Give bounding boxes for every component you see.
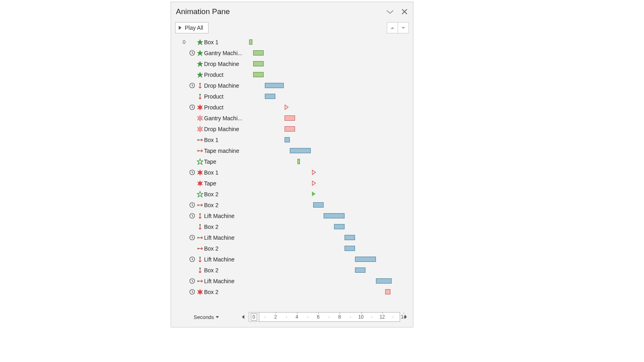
timeline-marker[interactable]: [285, 105, 289, 110]
collapse-icon[interactable]: [386, 7, 394, 16]
item-timeline: [249, 58, 409, 69]
item-timeline: [249, 37, 409, 47]
item-label: Lift Machine: [204, 234, 249, 241]
animation-item[interactable]: Product: [177, 91, 409, 102]
timeline-bar[interactable]: [355, 257, 376, 262]
item-timeline: [249, 243, 409, 254]
move-up-button[interactable]: [387, 22, 398, 33]
item-label: Box 1: [204, 137, 249, 143]
animation-item[interactable]: Box 2: [177, 189, 409, 200]
timeline-bar[interactable]: [345, 246, 355, 251]
timeline-bar[interactable]: [285, 137, 290, 142]
star-greenout-icon: [196, 158, 204, 165]
animation-item[interactable]: Tape machine: [177, 145, 409, 156]
item-timeline: [249, 113, 409, 123]
timeline-bar[interactable]: [324, 213, 345, 218]
timeline-bar[interactable]: [297, 159, 300, 164]
animation-item[interactable]: Box 2: [177, 221, 409, 232]
item-timeline: [249, 69, 409, 80]
linepath-green-arrow-icon: [196, 278, 204, 284]
pane-footer: Seconds 0 2468101214: [171, 309, 413, 327]
animation-item[interactable]: Drop Machine: [177, 58, 409, 69]
item-label: Drop Machine: [204, 82, 249, 89]
animation-item[interactable]: Tape: [177, 156, 409, 167]
timeline-ruler[interactable]: 0 2468101214: [249, 312, 400, 322]
item-timeline: [249, 276, 409, 286]
timeline-bar[interactable]: [253, 72, 264, 77]
item-timeline: [249, 156, 409, 167]
animation-item[interactable]: Box 2: [177, 243, 409, 254]
timeline-bar[interactable]: [253, 61, 264, 66]
ruler-tick: 6: [314, 313, 322, 321]
timeline-bar[interactable]: [345, 235, 355, 240]
animation-item[interactable]: Lift Machine: [177, 232, 409, 243]
item-timeline: [249, 200, 409, 210]
timeline-bar[interactable]: [376, 278, 392, 284]
timeline-bar[interactable]: [253, 50, 264, 56]
item-label: Box 2: [204, 224, 249, 230]
linepath-green-arrow-icon: [196, 234, 204, 241]
animation-item[interactable]: Box 1: [177, 167, 409, 178]
animation-item[interactable]: Box 2: [177, 265, 409, 276]
item-label: Box 2: [204, 267, 249, 274]
item-timeline: [249, 254, 409, 265]
timeline-bar[interactable]: [285, 115, 295, 121]
animation-item[interactable]: Drop Machine: [177, 123, 409, 134]
animation-item[interactable]: Box 2: [177, 286, 409, 297]
close-icon[interactable]: [400, 7, 409, 16]
animation-item[interactable]: Gantry Machi...: [177, 47, 409, 58]
move-down-button[interactable]: [398, 22, 409, 33]
timeline-bar[interactable]: [265, 94, 275, 99]
timeline-bar[interactable]: [265, 83, 284, 88]
timeline-bar[interactable]: [385, 289, 390, 294]
animation-item[interactable]: 0Box 1: [177, 37, 409, 47]
item-label: Box 2: [204, 202, 249, 208]
timeline-marker[interactable]: [312, 170, 316, 175]
linepath-red-icon: [196, 82, 204, 89]
item-label: Gantry Machi...: [204, 50, 249, 56]
item-label: Tape: [204, 158, 249, 165]
seconds-dropdown[interactable]: Seconds: [194, 314, 219, 320]
ruler-tick: 12: [378, 313, 386, 321]
timeline-marker[interactable]: [312, 181, 316, 186]
animation-item[interactable]: Lift Machine: [177, 276, 409, 286]
animation-pane: Animation Pane Play All 0Box 1Gantry Mac…: [171, 2, 413, 327]
timeline-marker[interactable]: [312, 191, 316, 196]
animation-item[interactable]: Box 2: [177, 200, 409, 210]
animation-item[interactable]: Lift Machine: [177, 254, 409, 265]
item-timeline: [249, 167, 409, 178]
animation-item[interactable]: Lift Machine: [177, 210, 409, 221]
timeline-bar[interactable]: [290, 148, 311, 153]
animation-item[interactable]: Drop Machine: [177, 80, 409, 91]
animation-item[interactable]: Product: [177, 69, 409, 80]
item-timeline: [249, 47, 409, 58]
ruler-tick: 2: [272, 313, 280, 321]
star-green-icon: [196, 72, 204, 78]
timeline-scroll-left[interactable]: [240, 313, 246, 321]
item-timeline: [249, 221, 409, 232]
star-greenout-icon: [196, 191, 204, 197]
clock-icon: [188, 82, 196, 88]
item-timeline: [249, 91, 409, 102]
timeline-bar[interactable]: [334, 224, 345, 229]
animation-item[interactable]: Product: [177, 102, 409, 113]
star-redlight-icon: [196, 126, 204, 132]
animation-item[interactable]: Gantry Machi...: [177, 113, 409, 123]
clock-icon: [188, 104, 196, 110]
animation-item[interactable]: Tape: [177, 178, 409, 189]
timeline-bar[interactable]: [313, 202, 324, 208]
play-all-button[interactable]: Play All: [175, 22, 208, 33]
star-green-icon: [196, 50, 204, 56]
animation-item[interactable]: Box 1: [177, 134, 409, 145]
clock-icon: [188, 169, 196, 175]
item-label: Tape machine: [204, 148, 249, 154]
timeline-bar[interactable]: [355, 267, 365, 273]
item-label: Product: [204, 104, 249, 111]
ruler-tick: 8: [336, 313, 344, 321]
item-timeline: [249, 80, 409, 91]
star-red-icon: [196, 289, 204, 295]
timeline-bar[interactable]: [285, 126, 295, 132]
clock-icon: [188, 278, 196, 284]
timeline-bar[interactable]: [249, 39, 252, 45]
play-icon: [179, 26, 182, 30]
